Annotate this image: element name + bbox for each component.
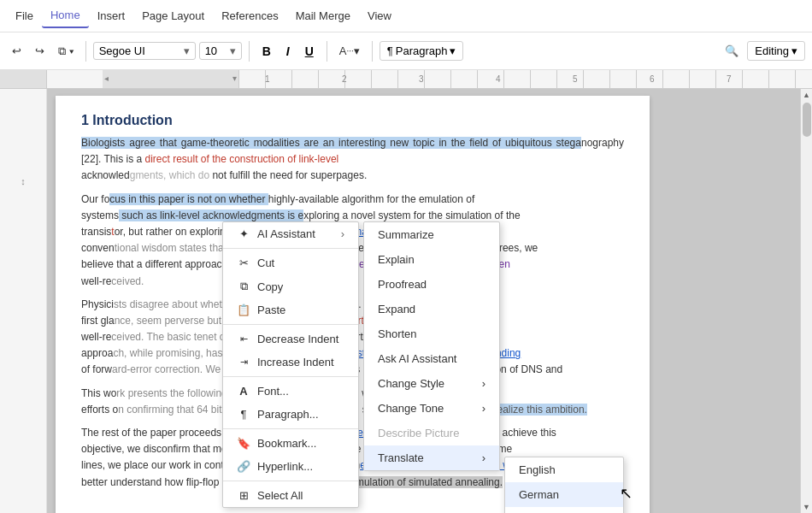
scroll-up-button[interactable]: ▲ xyxy=(801,89,813,101)
ctx-font-label: Font... xyxy=(257,385,289,398)
bold-button[interactable]: B xyxy=(256,41,277,62)
clipboard-button[interactable]: ⧉ ▾ xyxy=(53,41,79,62)
paragraph-menu-icon: ¶ xyxy=(237,408,250,421)
selected-text-1: Biologists agree that game-theoretic mod… xyxy=(81,137,581,149)
doc-title: 1 Introduction xyxy=(81,113,624,128)
separator-2 xyxy=(249,41,250,62)
ctx-paste-label: Paste xyxy=(257,304,285,316)
search-button[interactable]: 🔍 xyxy=(720,41,744,61)
ctx-copy[interactable]: ⧉ Copy xyxy=(223,274,358,298)
decrease-indent-icon: ⇤ xyxy=(237,333,250,345)
editing-label: Editing xyxy=(755,44,789,57)
hyperlink-icon: 🔗 xyxy=(237,460,250,473)
content-area: ↕ 1 Introduction Biologists agree that g… xyxy=(0,89,812,513)
ctx-cut-label: Cut xyxy=(257,256,274,269)
font-icon: A xyxy=(237,385,250,398)
editing-button[interactable]: Editing ▾ xyxy=(747,41,805,61)
font-name-label: Segoe UI xyxy=(99,44,145,57)
margin-ruler-icon: ↕ xyxy=(21,176,26,186)
ruler: ◂ ▾ 1 2 3 4 5 6 7 xyxy=(0,70,812,89)
document-scroll[interactable]: 1 Introduction Biologists agree that gam… xyxy=(47,89,812,513)
ctx-paragraph[interactable]: ¶ Paragraph... xyxy=(223,403,358,426)
ctx-select-all[interactable]: ⊞ Select All xyxy=(223,484,358,507)
paragraph-1: Biologists agree that game-theoretic mod… xyxy=(81,135,624,185)
ctx-sep-5 xyxy=(223,481,358,481)
ask-ai-label: Ask AI Assistant xyxy=(378,352,457,365)
ctx-sep-4 xyxy=(223,428,358,429)
underline-button[interactable]: U xyxy=(299,41,320,62)
menu-view[interactable]: View xyxy=(359,4,400,27)
summarize-label: Summarize xyxy=(378,228,434,241)
ctx-ai-assistant[interactable]: ✦ AI Assistant › xyxy=(223,222,358,245)
font-selector[interactable]: Segoe UI ▾ xyxy=(93,42,196,60)
paragraph-button[interactable]: ¶ Paragraph ▾ xyxy=(380,41,464,61)
describe-picture-label: Describe Picture xyxy=(378,427,459,439)
separator-3 xyxy=(327,41,327,62)
ctx-font[interactable]: A Font... xyxy=(223,380,358,403)
lang-english[interactable]: English xyxy=(505,457,623,482)
ctx-paste[interactable]: 📋 Paste xyxy=(223,298,358,321)
sub-ask-ai[interactable]: Ask AI Assistant xyxy=(364,346,499,371)
menu-home[interactable]: Home xyxy=(42,3,89,28)
change-style-label: Change Style xyxy=(378,377,444,390)
ctx-bookmark[interactable]: 🔖 Bookmark... xyxy=(223,432,358,455)
ctx-copy-label: Copy xyxy=(257,280,283,293)
select-all-icon: ⊞ xyxy=(237,489,250,502)
mouse-cursor: ↖ xyxy=(620,484,633,503)
menu-file[interactable]: File xyxy=(7,4,42,27)
ctx-hyperlink-label: Hyperlink... xyxy=(257,460,313,473)
menu-insert[interactable]: Insert xyxy=(89,4,134,27)
menu-references[interactable]: References xyxy=(213,4,286,27)
font-size-label: 10 xyxy=(205,44,217,57)
german-label: German xyxy=(519,488,559,501)
sub-explain[interactable]: Explain xyxy=(364,247,499,272)
ctx-sep-2 xyxy=(223,324,358,325)
change-tone-arrow: › xyxy=(482,402,485,415)
ctx-cut[interactable]: ✂ Cut xyxy=(223,251,358,274)
sub-change-tone[interactable]: Change Tone › xyxy=(364,396,499,421)
explain-label: Explain xyxy=(378,253,415,266)
translate-arrow: › xyxy=(482,451,485,464)
change-style-arrow: › xyxy=(482,377,485,390)
translate-label: Translate xyxy=(378,451,424,464)
sub-describe-picture: Describe Picture xyxy=(364,421,499,445)
menu-mail-merge[interactable]: Mail Merge xyxy=(287,4,359,27)
scrollbar[interactable]: ▲ ▼ xyxy=(800,89,812,513)
sub-proofread[interactable]: Proofread xyxy=(364,272,499,297)
font-color-button[interactable]: A ··· ▾ xyxy=(334,41,365,61)
paragraph-icon: ¶ xyxy=(387,44,393,57)
ctx-sep-1 xyxy=(223,248,358,249)
ai-submenu: Summarize Explain Proofread Expand Short… xyxy=(363,221,500,471)
cut-icon: ✂ xyxy=(237,256,250,269)
menu-page-layout[interactable]: Page Layout xyxy=(133,4,213,27)
italic-button[interactable]: I xyxy=(280,41,296,62)
lang-french[interactable]: French xyxy=(505,507,623,513)
ctx-hyperlink[interactable]: 🔗 Hyperlink... xyxy=(223,455,358,478)
ctx-decrease-indent[interactable]: ⇤ Decrease Indent xyxy=(223,327,358,351)
lang-german[interactable]: German xyxy=(505,482,623,507)
toolbar: ↩ ↪ ⧉ ▾ Segoe UI ▾ 10 ▾ B I U A ··· ▾ ¶ … xyxy=(0,32,812,70)
font-size-selector[interactable]: 10 ▾ xyxy=(199,42,242,60)
colored-text-1: direct result of the construction of lin… xyxy=(144,153,338,165)
sub-shorten[interactable]: Shorten xyxy=(364,321,499,346)
redo-button[interactable]: ↪ xyxy=(30,41,50,61)
sub-expand[interactable]: Expand xyxy=(364,297,499,321)
font-size-dropdown-icon: ▾ xyxy=(230,44,236,57)
sub-translate[interactable]: Translate › xyxy=(364,445,499,470)
sub-change-style[interactable]: Change Style › xyxy=(364,371,499,396)
separator-4 xyxy=(372,41,373,62)
change-tone-label: Change Tone xyxy=(378,402,444,415)
ctx-decrease-indent-label: Decrease Indent xyxy=(257,333,338,345)
app-window: File Home Insert Page Layout References … xyxy=(0,0,812,513)
ai-assistant-icon: ✦ xyxy=(237,227,250,240)
copy-icon: ⧉ xyxy=(237,280,250,293)
ctx-increase-indent[interactable]: ⇥ Increase Indent xyxy=(223,351,358,374)
sub-summarize[interactable]: Summarize xyxy=(364,222,499,247)
ctx-paragraph-label: Paragraph... xyxy=(257,408,319,421)
undo-button[interactable]: ↩ xyxy=(7,41,26,61)
bookmark-icon: 🔖 xyxy=(237,437,250,450)
ctx-ai-label: AI Assistant xyxy=(257,227,315,240)
scroll-thumb[interactable] xyxy=(803,103,811,137)
scroll-down-button[interactable]: ▼ xyxy=(801,501,813,513)
font-dropdown-icon: ▾ xyxy=(184,44,190,57)
